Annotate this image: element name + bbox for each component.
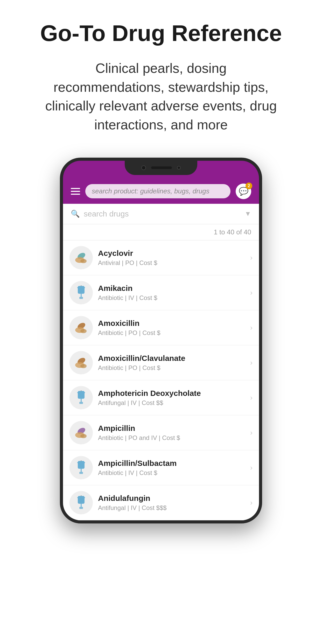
chevron-right-icon: › <box>250 499 253 507</box>
svg-point-14 <box>80 364 87 368</box>
hero-subtitle: Clinical pearls, dosing recommendations,… <box>44 59 278 134</box>
hero-title: Go-To Drug Reference <box>21 21 301 46</box>
drug-name: Amoxicillin <box>98 319 245 328</box>
hamburger-menu-button[interactable] <box>71 188 80 195</box>
svg-rect-15 <box>78 391 85 399</box>
drug-icon <box>69 491 93 514</box>
drug-name: Ampicillin/Sulbactam <box>98 459 245 468</box>
drug-meta: Antibiotic | PO and IV | Cost $ <box>98 434 245 442</box>
drug-icon <box>69 351 93 374</box>
filter-icon[interactable]: ▼ <box>244 210 251 218</box>
drug-meta: Antifungal | IV | Cost $$$ <box>98 504 245 512</box>
drug-meta: Antibiotic | PO | Cost $ <box>98 364 245 372</box>
drug-name: Acyclovir <box>98 249 245 258</box>
speaker <box>151 166 172 169</box>
drug-icon <box>69 421 93 444</box>
drug-list-item[interactable]: Amoxicillin Antibiotic | PO | Cost $ › <box>63 310 259 345</box>
phone-frame: search product: guidelines, bugs, drugs … <box>60 158 262 523</box>
hamburger-line-1 <box>71 188 80 189</box>
drug-icon <box>69 246 93 269</box>
drug-name: Anidulafungin <box>98 494 245 503</box>
search-icon: 🔍 <box>71 209 80 218</box>
results-count: 1 to 40 of 40 <box>63 224 259 240</box>
drug-name: Amikacin <box>98 284 245 293</box>
drug-meta: Antifungal | IV | Cost $$ <box>98 399 245 407</box>
chevron-right-icon: › <box>250 394 253 402</box>
drug-list: Acyclovir Antiviral | PO | Cost $ › Amik… <box>63 240 259 520</box>
chat-badge: 2 <box>246 183 252 189</box>
drug-meta: Antibiotic | IV | Cost $ <box>98 469 245 477</box>
drug-list-item[interactable]: Amphotericin Deoxycholate Antifungal | I… <box>63 380 259 415</box>
chevron-right-icon: › <box>250 464 253 472</box>
chevron-right-icon: › <box>250 324 253 332</box>
chevron-right-icon: › <box>250 289 253 297</box>
chevron-right-icon: › <box>250 359 253 367</box>
drug-name: Ampicillin <box>98 424 245 433</box>
drug-meta: Antibiotic | IV | Cost $ <box>98 294 245 302</box>
chat-button[interactable]: 💬 2 <box>236 184 251 199</box>
drug-info: Amphotericin Deoxycholate Antifungal | I… <box>98 389 245 407</box>
svg-rect-24 <box>78 461 85 469</box>
drug-info: Ampicillin Antibiotic | PO and IV | Cost… <box>98 424 245 442</box>
svg-rect-30 <box>78 496 85 504</box>
svg-rect-26 <box>79 472 83 474</box>
svg-point-11 <box>80 329 87 333</box>
hero-section: Go-To Drug Reference Clinical pearls, do… <box>0 0 322 145</box>
drug-list-item[interactable]: Ampicillin/Sulbactam Antibiotic | IV | C… <box>63 450 259 485</box>
drug-list-item[interactable]: Amoxicillin/Clavulanate Antibiotic | PO … <box>63 345 259 380</box>
drug-name: Amoxicillin/Clavulanate <box>98 354 245 363</box>
drug-info: Amoxicillin Antibiotic | PO | Cost $ <box>98 319 245 337</box>
sensor <box>177 166 181 170</box>
front-camera <box>141 165 146 170</box>
drug-icon <box>69 456 93 479</box>
drug-list-item[interactable]: Anidulafungin Antifungal | IV | Cost $$$… <box>63 485 259 520</box>
svg-point-23 <box>80 434 87 438</box>
drug-info: Amoxicillin/Clavulanate Antibiotic | PO … <box>98 354 245 372</box>
drug-list-item[interactable]: Ampicillin Antibiotic | PO and IV | Cost… <box>63 415 259 450</box>
drug-meta: Antibiotic | PO | Cost $ <box>98 329 245 337</box>
drug-info: Amikacin Antibiotic | IV | Cost $ <box>98 284 245 302</box>
hamburger-line-3 <box>71 194 80 195</box>
phone-mockup: search product: guidelines, bugs, drugs … <box>60 158 262 523</box>
status-bar <box>63 161 259 179</box>
svg-rect-5 <box>79 297 83 299</box>
drug-icon <box>69 316 93 339</box>
app-header: search product: guidelines, bugs, drugs … <box>63 179 259 204</box>
drug-info: Ampicillin/Sulbactam Antibiotic | IV | C… <box>98 459 245 477</box>
svg-rect-3 <box>78 286 85 294</box>
drug-search-input[interactable]: search drugs <box>84 209 241 218</box>
drug-name: Amphotericin Deoxycholate <box>98 389 245 398</box>
drug-info: Acyclovir Antiviral | PO | Cost $ <box>98 249 245 267</box>
svg-point-2 <box>80 259 87 263</box>
drug-list-item[interactable]: Amikacin Antibiotic | IV | Cost $ › <box>63 275 259 310</box>
drug-icon <box>69 386 93 409</box>
drug-icon <box>69 281 93 304</box>
hamburger-line-2 <box>71 191 80 192</box>
chevron-right-icon: › <box>250 429 253 437</box>
drug-meta: Antiviral | PO | Cost $ <box>98 259 245 267</box>
drug-info: Anidulafungin Antifungal | IV | Cost $$$ <box>98 494 245 512</box>
chevron-right-icon: › <box>250 254 253 262</box>
svg-rect-17 <box>79 402 83 404</box>
drug-list-item[interactable]: Acyclovir Antiviral | PO | Cost $ › <box>63 240 259 275</box>
phone-screen: search product: guidelines, bugs, drugs … <box>63 161 259 520</box>
global-search-bar[interactable]: search product: guidelines, bugs, drugs <box>85 184 230 198</box>
drug-search-container: 🔍 search drugs ▼ <box>63 204 259 224</box>
svg-rect-32 <box>79 507 83 509</box>
notch <box>125 161 197 175</box>
